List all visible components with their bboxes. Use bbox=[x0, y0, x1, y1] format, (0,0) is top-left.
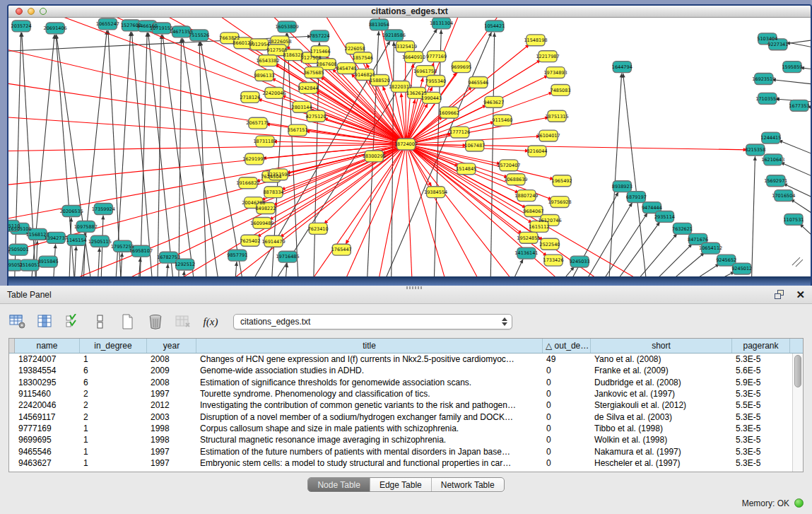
svg-text:1588520: 1588520 bbox=[370, 78, 390, 83]
svg-text:16053809: 16053809 bbox=[275, 24, 298, 30]
table-cell: 6 bbox=[80, 378, 147, 387]
svg-text:9115460: 9115460 bbox=[492, 118, 512, 124]
svg-text:2522540: 2522540 bbox=[540, 242, 560, 247]
svg-text:9474444: 9474444 bbox=[642, 205, 662, 211]
column-header-out_de[interactable]: △ out_de… bbox=[543, 339, 591, 353]
float-panel-icon[interactable] bbox=[775, 290, 786, 300]
table-cell: 2008 bbox=[147, 378, 196, 387]
column-header-short[interactable]: short bbox=[591, 339, 732, 353]
svg-text:12217987: 12217987 bbox=[536, 54, 559, 59]
svg-text:2935114: 2935114 bbox=[654, 214, 675, 220]
table-panel-titlebar[interactable]: Table Panel ✕ bbox=[0, 286, 812, 304]
table-row[interactable]: 911546021997Tourette syndrome. Phenomeno… bbox=[9, 388, 792, 399]
table-cell: 0 bbox=[543, 435, 591, 445]
column-header-year[interactable]: year bbox=[147, 339, 196, 353]
table-cell: Corpus callosum shape and size in male p… bbox=[196, 424, 543, 433]
table-cell: 1997 bbox=[147, 389, 196, 399]
table-cell: 9699695 bbox=[15, 435, 80, 445]
svg-text:1965492: 1965492 bbox=[552, 178, 572, 184]
column-header-in_degree[interactable]: in_degree bbox=[80, 339, 147, 353]
svg-text:16961758: 16961758 bbox=[413, 69, 437, 74]
table-cell: 2008 bbox=[147, 354, 196, 364]
table-cell: 19384554 bbox=[15, 366, 80, 375]
table-cell: 5.3E-5 bbox=[732, 435, 790, 445]
function-builder-icon[interactable]: f(x) bbox=[201, 313, 220, 330]
table-cell: 22420046 bbox=[15, 400, 80, 410]
svg-text:16104017: 16104017 bbox=[536, 133, 560, 139]
tab-edge-table[interactable]: Edge Table bbox=[370, 478, 431, 491]
network-window: citations_edges.txt 18724007766382286601… bbox=[7, 4, 812, 286]
svg-text:1595859: 1595859 bbox=[782, 64, 802, 70]
svg-text:1915110: 1915110 bbox=[8, 223, 20, 229]
table-cell: Yano et al. (2008) bbox=[591, 354, 732, 364]
new-table-icon[interactable] bbox=[119, 313, 137, 330]
splitter-grip[interactable] bbox=[406, 286, 422, 289]
vertical-scrollbar[interactable] bbox=[792, 354, 803, 472]
table-cell: 0 bbox=[543, 447, 591, 457]
minimize-window-button[interactable] bbox=[28, 8, 35, 15]
table-row[interactable]: 969969511998Structural magnetic resonanc… bbox=[9, 434, 792, 445]
table-panel-title: Table Panel bbox=[7, 290, 52, 300]
table-header-row: namein_degreeyeartitle△ out_de…shortpage… bbox=[9, 339, 803, 354]
table-cell: 2009 bbox=[147, 366, 196, 375]
scrollbar-thumb[interactable] bbox=[794, 355, 801, 387]
table-row[interactable]: 977716911998Corpus callosum shape and si… bbox=[9, 423, 792, 434]
table-row[interactable]: 946362711997Embryonic stem cells: a mode… bbox=[9, 457, 792, 469]
delete-table-icon[interactable] bbox=[146, 313, 165, 330]
row-height-icon[interactable] bbox=[91, 313, 110, 330]
network-graph[interactable]: 1872400776638228660123891295418226058912… bbox=[8, 18, 811, 276]
cytoscape-desktop: citations_edges.txt 18724007766382286601… bbox=[0, 0, 812, 286]
table-cell: 1 bbox=[80, 447, 147, 457]
table-row[interactable]: 1872400712008Changes of HCN gene express… bbox=[9, 354, 792, 365]
column-header-title[interactable]: title bbox=[196, 339, 543, 353]
maximize-window-button[interactable] bbox=[40, 8, 47, 15]
svg-text:11548198: 11548198 bbox=[524, 37, 547, 43]
svg-text:20657175: 20657175 bbox=[246, 120, 269, 126]
memory-ok-indicator bbox=[794, 498, 804, 508]
svg-text:16914479: 16914479 bbox=[261, 239, 285, 245]
table-row[interactable]: 1456911722003Disruption of a novel membe… bbox=[9, 411, 792, 422]
column-header-pagerank[interactable]: pagerank bbox=[732, 339, 790, 353]
table-selector-dropdown[interactable]: citations_edges.txt bbox=[233, 314, 512, 329]
svg-text:1765447: 1765447 bbox=[331, 247, 352, 253]
svg-text:8215358: 8215358 bbox=[745, 147, 765, 153]
svg-text:2718126: 2718126 bbox=[240, 95, 260, 100]
table-row[interactable]: 2242004622012Investigating the contribut… bbox=[9, 399, 792, 411]
table-cell: 0 bbox=[543, 412, 591, 422]
delete-column-icon[interactable] bbox=[174, 313, 192, 330]
svg-text:1054421: 1054421 bbox=[484, 23, 505, 29]
column-header-name[interactable]: name bbox=[15, 339, 80, 353]
tab-network-table[interactable]: Network Table bbox=[431, 478, 504, 491]
show-columns-icon[interactable] bbox=[36, 313, 54, 330]
table-row[interactable]: 946554611997Estimation of the future num… bbox=[9, 445, 792, 457]
svg-text:22420046: 22420046 bbox=[262, 90, 286, 96]
table-cell: 0 bbox=[543, 424, 591, 433]
svg-text:19166827: 19166827 bbox=[236, 180, 259, 186]
svg-text:7485083: 7485083 bbox=[551, 88, 571, 93]
table-row[interactable]: 1938455462009Genome-wide association stu… bbox=[9, 365, 792, 376]
svg-text:1777126: 1777126 bbox=[449, 129, 470, 135]
svg-text:1644794: 1644794 bbox=[612, 64, 632, 70]
svg-text:8938923: 8938923 bbox=[612, 184, 632, 189]
svg-text:6879197: 6879197 bbox=[626, 194, 647, 200]
svg-text:18724007: 18724007 bbox=[394, 141, 418, 147]
svg-text:18226058: 18226058 bbox=[268, 39, 291, 45]
network-canvas[interactable]: 1872400776638228660123891295418226058912… bbox=[8, 18, 811, 276]
table-cell: Stergiakouli et al. (2012) bbox=[591, 400, 732, 410]
tab-node-table[interactable]: Node Table bbox=[308, 478, 370, 491]
svg-text:9146821: 9146821 bbox=[355, 72, 375, 78]
table-cell: Tourette syndrome. Phenomenology and cla… bbox=[196, 389, 543, 399]
table-cell: 1998 bbox=[147, 435, 196, 445]
select-columns-icon[interactable] bbox=[64, 313, 82, 330]
table-cell: 1997 bbox=[147, 447, 196, 457]
svg-text:10655247: 10655247 bbox=[96, 21, 119, 27]
network-window-titlebar[interactable]: citations_edges.txt bbox=[8, 6, 811, 18]
close-window-button[interactable] bbox=[16, 8, 23, 15]
table-tabs-row: Node TableEdge TableNetwork Table bbox=[8, 477, 804, 492]
table-cell: Tibbo et al. (1998) bbox=[591, 424, 732, 433]
svg-text:8912954: 8912954 bbox=[249, 42, 269, 47]
close-panel-icon[interactable]: ✕ bbox=[796, 290, 805, 300]
table-row[interactable]: 1830029562008Estimation of significance … bbox=[9, 377, 792, 388]
table-settings-icon[interactable] bbox=[8, 313, 27, 330]
svg-text:9465546: 9465546 bbox=[468, 80, 488, 86]
